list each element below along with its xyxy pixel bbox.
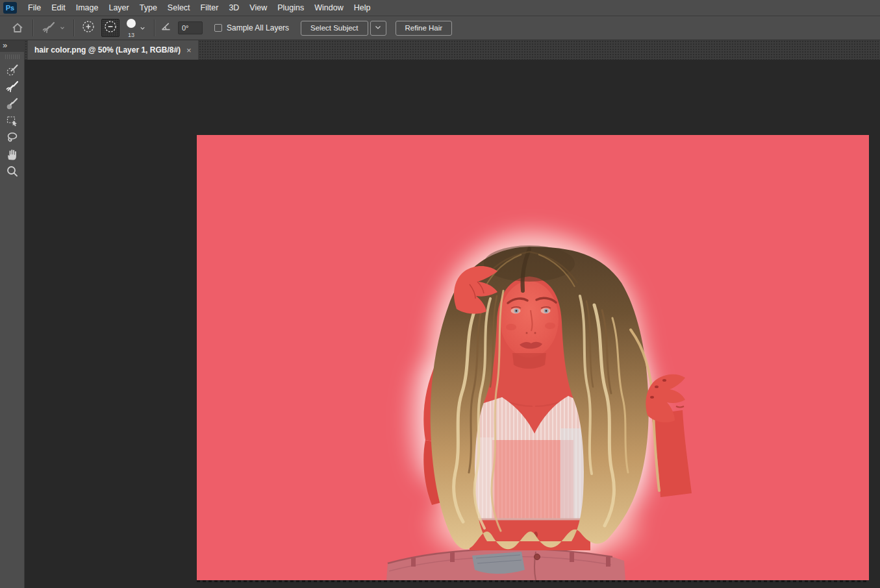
menu-type[interactable]: Type (134, 0, 162, 16)
menu-3d[interactable]: 3D (223, 0, 244, 16)
refine-brush-preset-icon (41, 20, 57, 36)
add-selection-icon (81, 19, 96, 37)
expand-panel-button[interactable]: » (0, 40, 24, 52)
separator (32, 19, 33, 36)
menu-image[interactable]: Image (71, 0, 104, 16)
tool-preset-picker[interactable] (38, 18, 68, 38)
brush-tool-button[interactable] (3, 97, 22, 114)
object-selection-icon (5, 113, 20, 131)
subtract-selection-icon (103, 19, 118, 37)
photoshop-window: Ps File Edit Image Layer Type Select Fil… (0, 0, 880, 588)
chevron-down-icon (374, 22, 382, 34)
photoshop-logo: Ps (3, 2, 17, 14)
quick-selection-icon (5, 62, 20, 80)
brush-angle-input[interactable] (178, 21, 203, 34)
home-icon (10, 21, 25, 35)
hand-icon (5, 147, 20, 165)
brush-size-value: 13 (128, 32, 134, 38)
menu-file[interactable]: File (23, 0, 46, 16)
menu-help[interactable]: Help (349, 0, 376, 16)
brush-icon (5, 96, 20, 114)
tab-close-icon[interactable]: × (186, 45, 192, 55)
options-bar: 13 Sample All Layers Select Subject (0, 16, 880, 40)
selection-marching-ants (197, 580, 869, 582)
tool-panel: » (0, 40, 25, 588)
separator (154, 19, 155, 36)
add-to-selection-button[interactable] (79, 19, 97, 37)
menu-filter[interactable]: Filter (195, 0, 224, 16)
lasso-icon (5, 130, 20, 148)
panel-grip[interactable] (5, 55, 19, 59)
brush-options-dropdown[interactable] (136, 18, 149, 38)
select-subject-options-button[interactable] (370, 21, 386, 36)
select-subject-button[interactable]: Select Subject (301, 21, 368, 36)
menu-bar: Ps File Edit Image Layer Type Select Fil… (0, 0, 880, 16)
menu-select[interactable]: Select (162, 0, 195, 16)
sample-all-layers-label: Sample All Layers (227, 23, 289, 32)
menu-window[interactable]: Window (309, 0, 348, 16)
hand-tool-button[interactable] (3, 147, 22, 164)
menu-plugins[interactable]: Plugins (272, 0, 309, 16)
chevron-down-icon (59, 25, 66, 31)
quick-selection-tool-button[interactable] (3, 63, 22, 80)
refine-edge-brush-icon (5, 79, 20, 97)
refine-edge-brush-tool-button[interactable] (3, 80, 22, 97)
document-tab-title: hair color.png @ 50% (Layer 1, RGB/8#) (34, 45, 181, 55)
zoom-icon (5, 164, 20, 182)
chevron-down-icon (139, 25, 146, 32)
brush-tip-icon (126, 18, 136, 31)
photo-woman-quickmask (197, 135, 869, 580)
menu-layer[interactable]: Layer (103, 0, 134, 16)
document-tab[interactable]: hair color.png @ 50% (Layer 1, RGB/8#) × (28, 40, 198, 60)
document-canvas[interactable] (197, 135, 869, 580)
home-button[interactable] (8, 18, 27, 38)
lasso-tool-button[interactable] (3, 130, 22, 147)
angle-icon (160, 19, 174, 36)
brush-size-widget[interactable]: 13 (126, 17, 136, 39)
sample-all-layers-checkbox[interactable] (214, 24, 222, 32)
workspace (25, 60, 880, 588)
refine-hair-button[interactable]: Refine Hair (396, 21, 453, 36)
zoom-tool-button[interactable] (3, 164, 22, 181)
subtract-from-selection-button[interactable] (101, 19, 119, 37)
menu-edit[interactable]: Edit (46, 0, 71, 16)
document-tab-bar: hair color.png @ 50% (Layer 1, RGB/8#) × (25, 40, 880, 60)
separator (73, 19, 74, 36)
menu-view[interactable]: View (244, 0, 272, 16)
object-selection-tool-button[interactable] (3, 114, 22, 130)
